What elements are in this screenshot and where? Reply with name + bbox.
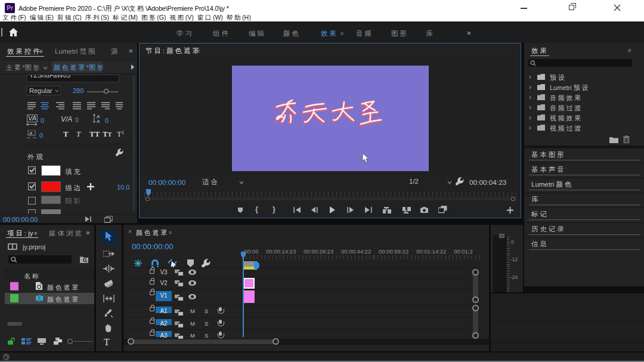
svg-text:A: A xyxy=(29,131,32,136)
svg-text:A: A xyxy=(96,119,100,123)
